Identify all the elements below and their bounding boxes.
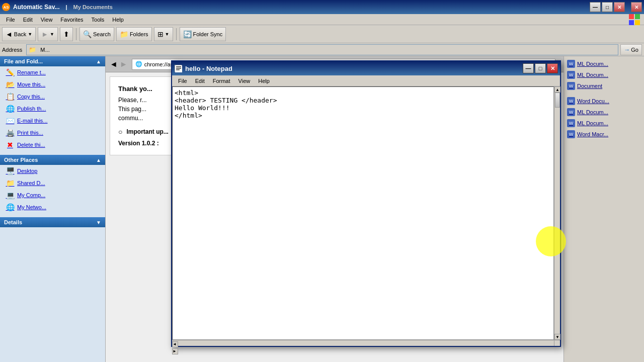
svg-rect-6 xyxy=(176,68,181,69)
right-list-item-2[interactable]: W Document xyxy=(566,80,642,92)
sidebar-item-rename[interactable]: ✏️ Rename t... xyxy=(0,66,105,78)
sidebar-item-publish[interactable]: 🌐 Publish th... xyxy=(0,103,105,115)
file-icon-0: W xyxy=(567,60,575,68)
windows-logo xyxy=(627,12,642,27)
right-list-item-4[interactable]: W ML Docum... xyxy=(566,107,642,118)
file-icon-5: W xyxy=(567,119,575,127)
notepad-scrollbar-v[interactable] xyxy=(554,86,560,340)
right-item-label-5: ML Docum... xyxy=(577,120,608,126)
notepad-icon-img xyxy=(175,65,182,72)
notepad-menubar: File Edit Format View Help xyxy=(172,75,560,86)
sidebar-item-computer-label: My Comp... xyxy=(17,192,45,198)
notepad-menu-edit[interactable]: Edit xyxy=(191,77,209,85)
explorer-menu-view[interactable]: View xyxy=(37,16,57,24)
bg-close-btn2[interactable]: ✕ xyxy=(631,2,642,12)
notepad-close-btn[interactable]: ✕ xyxy=(547,63,558,73)
explorer-menu-edit[interactable]: Edit xyxy=(19,16,37,24)
go-button[interactable]: → Go xyxy=(620,44,642,55)
search-btn[interactable]: 🔍 Search xyxy=(79,27,114,41)
right-panel: W ML Docum... W ML Docum... W Document W… xyxy=(564,56,644,362)
explorer-menubar: File Edit View Favorites Tools Help xyxy=(0,14,644,25)
notepad-menu-help[interactable]: Help xyxy=(254,77,274,85)
notepad-title-icon xyxy=(174,64,182,72)
address-input[interactable] xyxy=(38,45,616,55)
right-item-label-1: ML Docum... xyxy=(577,72,608,78)
bg-titlebar: AS Automatic Sav... | My Documents — □ ✕… xyxy=(0,0,644,14)
right-list-item-3[interactable]: W Word Docu... xyxy=(566,96,642,107)
notepad-window: hello - Notepad — □ ✕ File Edit Format V… xyxy=(171,60,561,347)
right-list-item-6[interactable]: W Word Macr... xyxy=(566,129,642,140)
scroll-left-btn[interactable] xyxy=(172,341,178,347)
notepad-scrollbar-corner xyxy=(554,340,560,346)
right-list-item-1[interactable]: W ML Docum... xyxy=(566,69,642,80)
bg-minimize-btn[interactable]: — xyxy=(590,2,601,12)
sidebar-item-computer[interactable]: 💻 My Comp... xyxy=(0,189,105,201)
details-header[interactable]: Details ▼ xyxy=(0,217,105,227)
sidebar-item-print[interactable]: 🖨️ Print this... xyxy=(0,127,105,139)
explorer-menu-tools[interactable]: Tools xyxy=(88,16,109,24)
right-item-label-2: Document xyxy=(577,83,602,89)
notepad-scrollbar-h[interactable] xyxy=(172,340,554,346)
details-chevron: ▼ xyxy=(96,220,101,225)
network-icon: 🌐 xyxy=(6,203,14,211)
notepad-title-text: hello - Notepad xyxy=(185,65,232,72)
sidebar-item-print-label: Print this... xyxy=(17,130,43,136)
file-section-chevron: ▲ xyxy=(96,59,101,64)
bg-titlebar-buttons: — □ ✕ ✕ xyxy=(590,2,642,12)
folders-btn[interactable]: 📁 Folders xyxy=(116,27,152,41)
file-icon-1: W xyxy=(567,71,575,79)
notepad-menu-format[interactable]: Format xyxy=(209,77,234,85)
bg-title-icon: AS xyxy=(2,3,10,11)
notepad-menu-file[interactable]: File xyxy=(174,77,191,85)
back-btn[interactable]: ◄ Back ▼ xyxy=(2,27,36,41)
other-places-label: Other Places xyxy=(4,157,38,163)
sidebar-item-move[interactable]: 📂 Move this... xyxy=(0,78,105,90)
explorer-menu-favorites[interactable]: Favorites xyxy=(56,16,87,24)
publish-icon: 🌐 xyxy=(6,105,14,113)
scroll-track-v[interactable] xyxy=(554,93,560,334)
explorer-menu-help[interactable]: Help xyxy=(108,16,128,24)
right-list-item-0[interactable]: W ML Docum... xyxy=(566,58,642,69)
sidebar-item-email[interactable]: ✉️ E-mail this... xyxy=(0,115,105,127)
scroll-right-btn[interactable] xyxy=(172,348,178,354)
toolbar-sep2 xyxy=(176,28,177,40)
views-btn[interactable]: ⊞ ▼ xyxy=(154,27,173,41)
sidebar-item-copy-label: Copy this... xyxy=(17,94,45,100)
folder-sync-label: Folder Sync xyxy=(193,31,223,37)
file-icon-6: W xyxy=(567,130,575,138)
address-folder-icon: 📁 xyxy=(29,46,36,53)
scroll-up-btn[interactable] xyxy=(554,86,560,93)
important-radio: ○ xyxy=(118,128,122,136)
bg-close-btn[interactable]: ✕ xyxy=(614,2,625,12)
go-label: Go xyxy=(631,47,638,53)
sidebar-item-network[interactable]: 🌐 My Netwo... xyxy=(0,201,105,213)
sidebar-item-desktop[interactable]: 🖥️ Desktop xyxy=(0,165,105,177)
svg-rect-7 xyxy=(176,69,180,70)
notepad-menu-view[interactable]: View xyxy=(234,77,255,85)
other-places-header[interactable]: Other Places ▲ xyxy=(0,155,105,165)
scroll-down-btn[interactable] xyxy=(554,334,560,340)
chrome-back-btn[interactable]: ◄ xyxy=(110,60,118,69)
notepad-titlebar: hello - Notepad — □ ✕ xyxy=(172,61,560,75)
computer-icon: 💻 xyxy=(6,191,14,199)
file-section-header[interactable]: File and Fold... ▲ xyxy=(0,56,105,66)
up-btn[interactable]: ⬆ xyxy=(60,27,73,41)
print-icon: 🖨️ xyxy=(6,129,14,137)
bg-maximize-btn[interactable]: □ xyxy=(602,2,613,12)
notepad-editor[interactable]: <html> <header> TESTING </header> Hello … xyxy=(172,86,554,340)
email-icon: ✉️ xyxy=(6,117,14,125)
notepad-minimize-btn[interactable]: — xyxy=(523,63,534,73)
sidebar-item-delete[interactable]: ✖ Delete thi... xyxy=(0,139,105,151)
scroll-thumb-v[interactable] xyxy=(555,93,560,108)
copy-icon: 📋 xyxy=(6,93,14,101)
chrome-forward-btn[interactable]: ► xyxy=(120,60,128,69)
folder-sync-btn[interactable]: 🔄 Folder Sync xyxy=(180,27,226,41)
explorer-menu-file[interactable]: File xyxy=(2,16,19,24)
sidebar-item-shared[interactable]: 📁 Shared D... xyxy=(0,177,105,189)
right-list-item-5[interactable]: W ML Docum... xyxy=(566,118,642,129)
notepad-maximize-btn[interactable]: □ xyxy=(535,63,546,73)
sidebar-item-copy[interactable]: 📋 Copy this... xyxy=(0,90,105,103)
forward-btn[interactable]: ► ▼ xyxy=(38,27,58,41)
sidebar-item-desktop-label: Desktop xyxy=(17,168,37,174)
views-icon: ⊞ xyxy=(157,30,164,38)
